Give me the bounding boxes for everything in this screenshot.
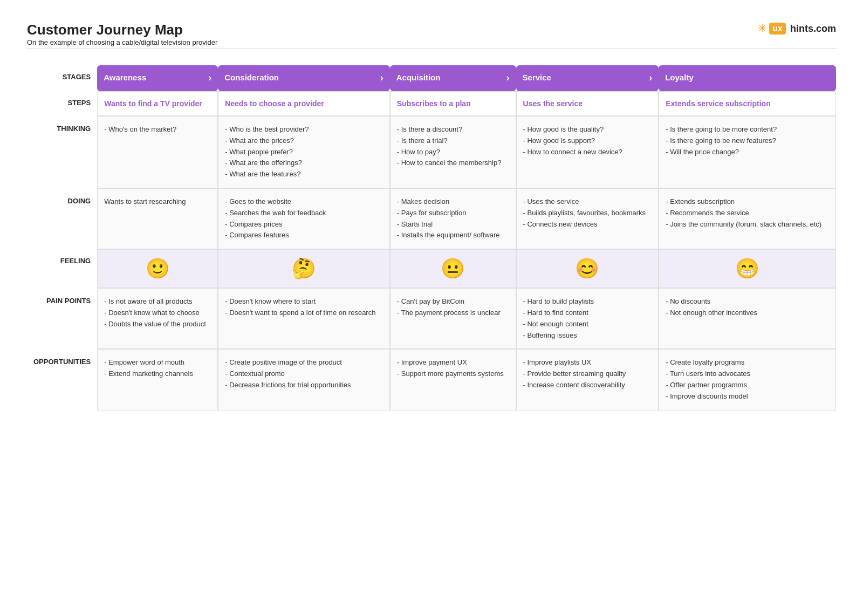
thinking-label: THINKING [27, 116, 97, 188]
doing-3: - Uses the service - Builds playlists, f… [516, 188, 659, 249]
thinking-4: - Is there going to be more content? - I… [659, 116, 836, 188]
pain-points-row: PAIN POINTS - Is not aware of all produc… [27, 288, 836, 349]
chevron-icon: › [649, 72, 652, 84]
chevron-icon: › [506, 72, 510, 84]
opportunities-label: OPPORTUNITIES [27, 349, 97, 410]
stage-awareness: Awareness › [97, 65, 218, 91]
page-subtitle: On the example of choosing a cable/digit… [27, 38, 217, 46]
feeling-row: FEELING 🙂 🤔 😐 😊 😁 [27, 249, 836, 288]
opportunities-row: OPPORTUNITIES - Empower word of mouth - … [27, 349, 836, 410]
logo-spark-icon: ✳ [757, 22, 767, 36]
steps-row: STEPS Wants to find a TV provider Needs … [27, 91, 836, 116]
stage-consideration: Consideration › [218, 65, 390, 91]
stages-label: STAGES [27, 65, 97, 91]
thinking-0: - Who's on the market? [97, 116, 218, 188]
feeling-0: 🙂 [97, 249, 218, 288]
pain-4: - No discounts - Not enough other incent… [659, 288, 836, 349]
feeling-2: 😐 [390, 249, 516, 288]
step-2: Subscribes to a plan [390, 91, 516, 116]
step-0: Wants to find a TV provider [97, 91, 218, 116]
feeling-1: 🤔 [218, 249, 390, 288]
logo: ✳ ux hints.com [757, 22, 836, 36]
pain-0: - Is not aware of all products - Doesn't… [97, 288, 218, 349]
doing-label: DOING [27, 188, 97, 249]
journey-map-table: STAGES Awareness › Consideration › Acqui… [27, 65, 836, 410]
stage-acquisition: Acquisition › [390, 65, 516, 91]
stage-service: Service › [516, 65, 659, 91]
thinking-row: THINKING - Who's on the market? - Who is… [27, 116, 836, 188]
thinking-3: - How good is the quality? - How good is… [516, 116, 659, 188]
opp-1: - Create positive image of the product -… [218, 349, 390, 410]
steps-label: STEPS [27, 91, 97, 116]
doing-0: Wants to start researching [97, 188, 218, 249]
chevron-icon: › [380, 72, 383, 84]
pain-2: - Can't pay by BitCoin - The payment pro… [390, 288, 516, 349]
page-title: Customer Journey Map [27, 22, 217, 38]
doing-row: DOING Wants to start researching - Goes … [27, 188, 836, 249]
thinking-1: - Who is the best provider? - What are t… [218, 116, 390, 188]
pain-3: - Hard to build playlists - Hard to find… [516, 288, 659, 349]
step-3: Uses the service [516, 91, 659, 116]
feeling-3: 😊 [516, 249, 659, 288]
doing-2: - Makes decision - Pays for subscription… [390, 188, 516, 249]
opp-2: - Improve payment UX - Support more paym… [390, 349, 516, 410]
pain-points-label: PAIN POINTS [27, 288, 97, 349]
step-1: Needs to choose a provider [218, 91, 390, 116]
opp-3: - Improve playlists UX - Provide better … [516, 349, 659, 410]
opp-0: - Empower word of mouth - Extend marketi… [97, 349, 218, 410]
doing-1: - Goes to the website - Searches the web… [218, 188, 390, 249]
feeling-4: 😁 [659, 249, 836, 288]
thinking-2: - Is there a discount? - Is there a tria… [390, 116, 516, 188]
doing-4: - Extends subscription - Recommends the … [659, 188, 836, 249]
logo-ux-text: ux [769, 23, 786, 35]
feeling-label: FEELING [27, 249, 97, 288]
pain-1: - Doesn't know where to start - Doesn't … [218, 288, 390, 349]
chevron-icon: › [208, 72, 211, 84]
step-4: Extends service subscription [659, 91, 836, 116]
stage-loyalty: Loyalty [659, 65, 836, 91]
stages-row: STAGES Awareness › Consideration › Acqui… [27, 65, 836, 91]
logo-domain-text: hints.com [790, 23, 836, 35]
opp-4: - Create loyalty programs - Turn users i… [659, 349, 836, 410]
